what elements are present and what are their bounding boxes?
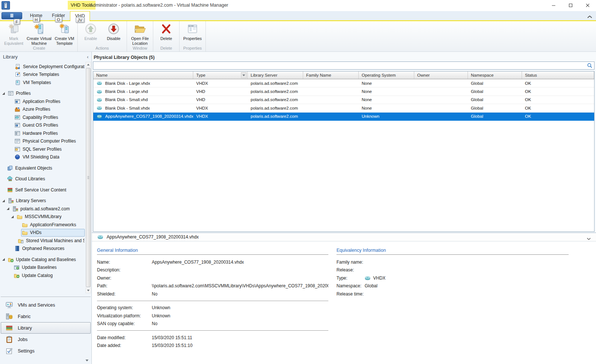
column-filter-dropdown-icon[interactable] (241, 72, 247, 78)
nav-overflow-chevron-down-icon[interactable] (0, 357, 91, 364)
tab-home[interactable]: HomeH (25, 11, 47, 20)
update-baselines-icon (14, 264, 20, 270)
detail-field: Release time: (336, 290, 569, 298)
sidebar-item-polaris-ad-software2-com[interactable]: polaris.ad.software2.com (0, 205, 85, 213)
tab-folder[interactable]: FolderO (47, 11, 70, 20)
sidebar-item-msscvmmlibrary[interactable]: MSSCVMMLibrary (0, 213, 85, 221)
sidebar-item-profiles[interactable]: Profiles (0, 90, 85, 98)
ribbon-button-label: Create VM Template (55, 36, 74, 46)
column-header-operating-system[interactable]: Operating System (359, 71, 414, 79)
sidebar-item-service-deployment-configuratio[interactable]: Service Deployment Configuratio (0, 63, 85, 71)
sidebar-collapse-icon[interactable]: ‹ (87, 55, 88, 59)
table-row[interactable]: Blank Disk - Large.vhdVHDpolaris.ad.soft… (93, 87, 594, 96)
sidebar-item-hardware-profiles[interactable]: Hardware Profiles (0, 129, 85, 137)
ribbon-group-label: Properties (181, 46, 204, 51)
update-catalog-baselines-icon (8, 257, 14, 263)
tree-item-row: Update Baselines (13, 264, 85, 271)
details-header[interactable]: AppsAnywhere_COS77_1908_20200314.vhdx (92, 233, 596, 241)
sidebar-item-physical-computer-profiles[interactable]: Physical Computer Profiles (0, 137, 85, 146)
ribbon-button-create-vm-template[interactable]: Create VM Template (53, 22, 76, 46)
nav-item-vms-and-services[interactable]: VMs and Services (1, 299, 91, 311)
sidebar-item-update-baselines[interactable]: Update Baselines (0, 264, 85, 272)
tree-expander-icon[interactable] (6, 207, 10, 210)
column-header-status[interactable]: Status (522, 71, 594, 79)
app-menu-button[interactable]: F (1, 12, 22, 19)
ribbon-button-open-file-location[interactable]: Open File Location (128, 22, 151, 46)
sidebar-item-sql-server-profiles[interactable]: SQL Server Profiles (0, 145, 85, 153)
nav-item-settings[interactable]: Settings (1, 345, 91, 357)
ribbon-button-label: Create Virtual Machine (27, 36, 51, 46)
search-input[interactable] (93, 62, 587, 69)
sidebar-item-self-service-user-content[interactable]: Self Service User Content (0, 186, 85, 194)
tree-item-label: Service Templates (23, 72, 59, 77)
sidebar-item-update-catalog[interactable]: Update Catalog (0, 271, 85, 280)
tree-item-label: Self Service User Content (15, 187, 66, 193)
tree-expander-icon[interactable] (2, 199, 5, 203)
search-icon[interactable] (587, 63, 593, 69)
table-row[interactable]: Blank Disk - Small.vhdxVHDXpolaris.ad.so… (93, 104, 594, 112)
minimize-button[interactable] (545, 0, 562, 11)
sidebar-item-service-templates[interactable]: Service Templates (0, 71, 85, 79)
tab-vhd[interactable]: VHDJV (70, 11, 90, 21)
column-header-name[interactable]: Name (93, 71, 193, 79)
library-servers-icon (8, 198, 14, 204)
nav-item-library[interactable]: Library (1, 322, 91, 334)
ribbon-button-properties[interactable]: Properties (181, 22, 204, 41)
sidebar-item-capability-profiles[interactable]: Capability Profiles (0, 113, 85, 121)
nav-item-fabric[interactable]: Fabric (1, 311, 91, 322)
nav-item-jobs[interactable]: Jobs (1, 334, 91, 345)
ribbon-button-mark-equivalent[interactable]: Mark Equivalent (2, 22, 25, 46)
table-cell: None (359, 97, 414, 102)
sidebar-item-cloud-libraries[interactable]: Cloud Libraries (0, 175, 85, 183)
column-header-family-name[interactable]: Family Name (303, 71, 359, 79)
application-profiles-icon (14, 98, 20, 104)
sidebar-item-vhds[interactable]: VHDs (0, 229, 85, 237)
sidebar-splitter[interactable] (1, 297, 91, 297)
tree-item-row: VM Shielding Data (14, 153, 85, 161)
detail-field-label: Path: (97, 283, 152, 288)
tree-expander-icon[interactable] (2, 258, 5, 261)
table-row[interactable]: AppsAnywhere_COS77_1908_20200314.vhdxVHD… (93, 113, 594, 121)
ribbon-collapse-chevron-up-icon[interactable] (587, 14, 592, 18)
details-body: General Information Name:AppsAnywhere_CO… (92, 241, 596, 364)
sidebar-item-application-profiles[interactable]: Application Profiles (0, 97, 85, 106)
section-divider (97, 330, 328, 331)
scroll-up-arrow-icon[interactable] (86, 62, 91, 67)
sidebar-item-stored-virtual-machines-and-se[interactable]: Stored Virtual Machines and Se (0, 237, 85, 245)
sidebar-item-library-servers[interactable]: Library Servers (0, 197, 85, 205)
table-row[interactable]: Blank Disk - Large.vhdxVHDXpolaris.ad.so… (93, 79, 594, 87)
sidebar-item-update-catalog-and-baselines[interactable]: Update Catalog and Baselines (0, 256, 85, 264)
column-header-library-server[interactable]: Library Server (248, 71, 303, 79)
sidebar-item-vm-shielding-data[interactable]: VM Shielding Data (0, 153, 85, 161)
column-header-owner[interactable]: Owner (414, 71, 468, 79)
tree-expander-icon[interactable] (2, 92, 5, 95)
ribbon-button-label: Mark Equivalent (4, 36, 23, 46)
ribbon-button-create-virtual-machine[interactable]: Create Virtual Machine (25, 22, 53, 46)
vms-and-services-icon (6, 301, 13, 309)
scrollbar-thumb[interactable] (86, 68, 91, 287)
sidebar-item-equivalent-objects[interactable]: Equivalent Objects (0, 164, 85, 172)
ribbon-group-create: Mark EquivalentCreate Virtual MachineCre… (1, 21, 78, 51)
sidebar-item-azure-profiles[interactable]: Azure Profiles (0, 106, 85, 114)
scroll-down-arrow-icon[interactable] (86, 288, 91, 293)
table-cell: Global (468, 106, 522, 110)
details-collapse-chevron-down-icon[interactable] (587, 236, 591, 239)
close-button[interactable] (579, 0, 596, 11)
tree-item-label: Update Baselines (22, 265, 57, 270)
table-row[interactable]: Blank Disk - Small.vhdVHDpolaris.ad.soft… (93, 96, 594, 104)
detail-field-value: Unknown (152, 313, 170, 318)
ribbon-button-delete[interactable]: Delete (155, 22, 178, 41)
tree-scrollbar[interactable] (86, 62, 91, 293)
column-header-namespace[interactable]: Namespace (468, 71, 522, 79)
maximize-button[interactable] (562, 0, 579, 11)
detail-field-label: Operating system: (97, 305, 152, 310)
ribbon-button-enable[interactable]: Enable (79, 22, 102, 41)
sidebar-item-orphaned-resources[interactable]: Orphaned Resources (0, 245, 85, 253)
vmm-app-icon[interactable] (1, 1, 10, 10)
sidebar-item-vm-templates[interactable]: VM Templates (0, 79, 85, 87)
tree-expander-icon[interactable] (11, 215, 14, 218)
sidebar-item-guest-os-profiles[interactable]: Guest OS Profiles (0, 121, 85, 130)
column-header-type[interactable]: Type (193, 71, 248, 79)
ribbon-button-disable[interactable]: Disable (102, 22, 125, 41)
sidebar-item-applicationframeworks[interactable]: ApplicationFrameworks (0, 221, 85, 229)
